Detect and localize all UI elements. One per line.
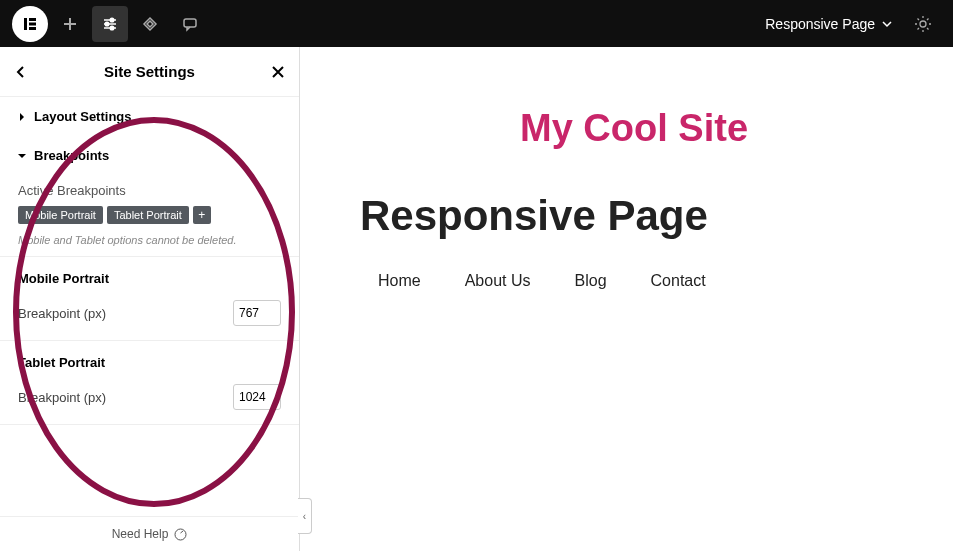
- preview-settings-button[interactable]: [905, 6, 941, 42]
- svg-point-11: [110, 26, 114, 30]
- nav-link-home[interactable]: Home: [378, 272, 421, 290]
- top-bar: Responsive Page: [0, 0, 953, 47]
- mobile-breakpoint-input[interactable]: [233, 300, 281, 326]
- svg-point-13: [920, 21, 926, 27]
- svg-rect-0: [24, 18, 27, 30]
- back-button[interactable]: [14, 65, 28, 79]
- workspace: Site Settings Layout Settings Breakpoint…: [0, 47, 953, 551]
- tablet-breakpoint-input[interactable]: [233, 384, 281, 410]
- nav-link-about[interactable]: About Us: [465, 272, 531, 290]
- main-nav: Home About Us Blog Contact: [378, 272, 893, 290]
- mobile-breakpoint-field: Breakpoint (px): [0, 292, 299, 341]
- breakpoints-note: Mobile and Tablet options cannot be dele…: [0, 230, 299, 257]
- svg-rect-12: [184, 19, 196, 27]
- settings-panel: Site Settings Layout Settings Breakpoint…: [0, 47, 300, 551]
- caret-down-icon: [18, 152, 26, 160]
- mobile-portrait-title: Mobile Portrait: [0, 257, 299, 292]
- panel-title: Site Settings: [104, 63, 195, 80]
- tablet-breakpoint-label: Breakpoint (px): [18, 390, 106, 405]
- svg-rect-1: [29, 18, 36, 21]
- nav-link-blog[interactable]: Blog: [575, 272, 607, 290]
- add-element-button[interactable]: [52, 6, 88, 42]
- svg-point-9: [105, 22, 109, 26]
- breakpoints-label: Breakpoints: [34, 148, 109, 163]
- close-button[interactable]: [271, 65, 285, 79]
- notes-button[interactable]: [172, 6, 208, 42]
- help-icon: [174, 528, 187, 541]
- caret-right-icon: [18, 113, 26, 121]
- chevron-down-icon: [881, 18, 893, 30]
- nav-link-contact[interactable]: Contact: [651, 272, 706, 290]
- breakpoint-tag[interactable]: Mobile Portrait: [18, 206, 103, 224]
- page-switcher[interactable]: Responsive Page: [765, 16, 893, 32]
- breakpoints-accordion[interactable]: Breakpoints: [0, 136, 299, 175]
- site-settings-button[interactable]: [92, 6, 128, 42]
- elementor-logo[interactable]: [12, 6, 48, 42]
- page-heading: Responsive Page: [360, 192, 893, 240]
- preview-canvas: My Cool Site Responsive Page Home About …: [300, 47, 953, 551]
- site-brand: My Cool Site: [520, 107, 893, 150]
- breakpoint-tag[interactable]: Tablet Portrait: [107, 206, 189, 224]
- panel-footer[interactable]: Need Help: [0, 516, 299, 551]
- page-switcher-label: Responsive Page: [765, 16, 875, 32]
- svg-point-7: [110, 18, 114, 22]
- svg-rect-2: [29, 22, 36, 25]
- need-help-label: Need Help: [112, 527, 169, 541]
- mobile-breakpoint-label: Breakpoint (px): [18, 306, 106, 321]
- panel-collapse-handle[interactable]: ‹: [298, 498, 312, 534]
- layout-settings-label: Layout Settings: [34, 109, 132, 124]
- svg-rect-3: [29, 27, 36, 30]
- breakpoint-tags: Mobile Portrait Tablet Portrait +: [0, 202, 299, 230]
- panel-header: Site Settings: [0, 47, 299, 97]
- structure-button[interactable]: [132, 6, 168, 42]
- active-breakpoints-label: Active Breakpoints: [0, 175, 299, 202]
- add-breakpoint-button[interactable]: +: [193, 206, 211, 224]
- tablet-portrait-title: Tablet Portrait: [0, 341, 299, 376]
- top-bar-right: Responsive Page: [765, 6, 941, 42]
- svg-point-14: [175, 529, 186, 540]
- panel-body: Layout Settings Breakpoints Active Break…: [0, 97, 299, 516]
- tablet-breakpoint-field: Breakpoint (px): [0, 376, 299, 425]
- layout-settings-accordion[interactable]: Layout Settings: [0, 97, 299, 136]
- top-bar-left: [12, 6, 208, 42]
